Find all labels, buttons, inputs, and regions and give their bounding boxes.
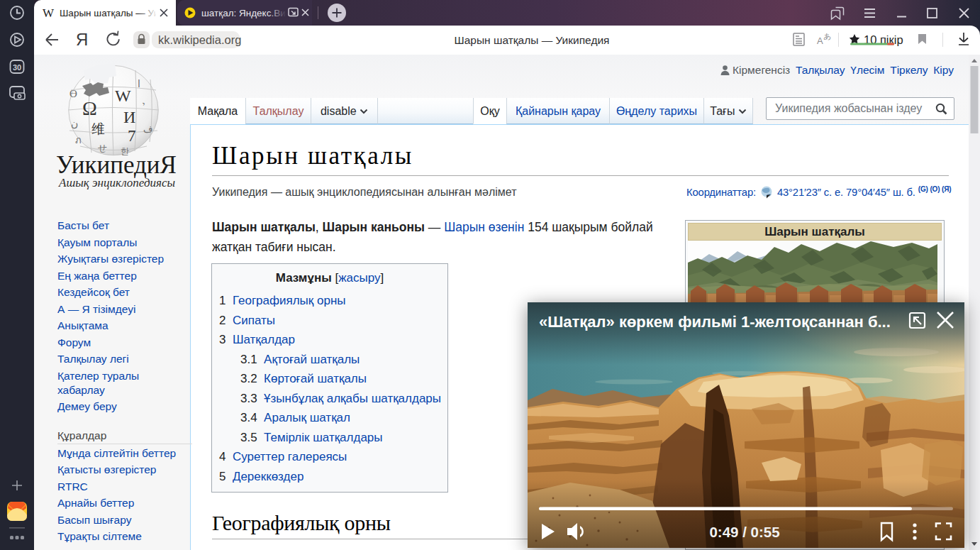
svg-text:Ω: Ω (82, 97, 97, 119)
svg-text:И: И (123, 108, 135, 126)
svg-text:维: 维 (91, 121, 105, 136)
svg-text:Шарын шатқалы — Уикипедия: Шарын шатқалы — Уикипедия (455, 34, 610, 46)
svg-text:A: A (817, 35, 823, 46)
svg-text:УикипедиЯ: УикипедиЯ (56, 151, 177, 179)
svg-text:ف: ف (143, 124, 152, 135)
svg-text:«Шатқал» көркем фильмі 1-желто: «Шатқал» көркем фильмі 1-желтоқсаннан б.… (539, 313, 891, 331)
svg-text:あ: あ (823, 32, 831, 40)
svg-text:י: י (143, 99, 145, 110)
svg-text:7: 7 (128, 127, 136, 145)
svg-text:ن: ن (71, 119, 78, 129)
svg-text:Ашық энциклопедиясы: Ашық энциклопедиясы (58, 176, 175, 189)
svg-text:W: W (43, 6, 55, 20)
svg-text:Я: Я (76, 31, 88, 48)
svg-text:W: W (115, 87, 131, 105)
svg-text:30: 30 (13, 63, 21, 72)
svg-text:kk.wikipedia.org: kk.wikipedia.org (158, 33, 241, 46)
svg-text:ภ: ภ (75, 135, 82, 145)
svg-text:Ө: Ө (69, 88, 77, 99)
svg-text:ا: ا (138, 79, 140, 89)
svg-text:0:49 / 0:55: 0:49 / 0:55 (709, 524, 779, 540)
